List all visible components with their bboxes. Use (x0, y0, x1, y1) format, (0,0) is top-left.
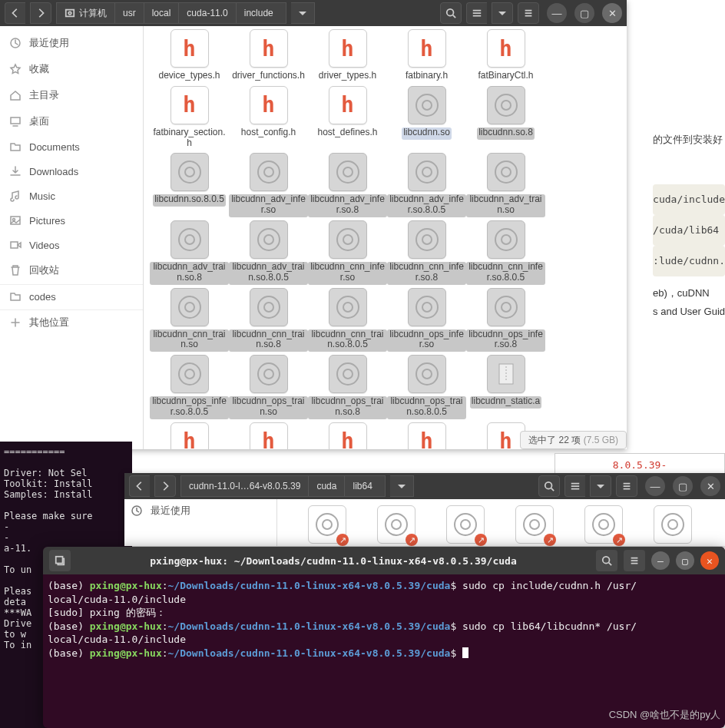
file-libcudnn_adv_train.so.8[interactable]: libcudnn_adv_train.so.8 (150, 220, 229, 285)
terminal-titlebar: pxing@px-hux: ~/Downloads/cudnn-11.0-lin… (43, 547, 725, 574)
sidebar-item-recent[interactable]: 最近使用 (0, 31, 143, 55)
file-libcudnn_adv_infer.so.8[interactable]: libcudnn_adv_infer.so.8 (308, 153, 387, 217)
file-item[interactable] (654, 505, 692, 544)
file-libcudnn_ops_infer.so.8.0.5[interactable]: libcudnn_ops_infer.so.8.0.5 (150, 355, 229, 419)
svg-rect-0 (66, 10, 74, 17)
hamburger-menu-button[interactable] (518, 2, 539, 24)
terminal-window: pxing@px-hux: ~/Downloads/cudnn-11.0-lin… (43, 547, 725, 728)
file-libcudnn_adv_infer.so.8.0.5[interactable]: libcudnn_adv_infer.so.8.0.5 (387, 153, 466, 217)
view-list-button[interactable] (564, 475, 585, 497)
file-libcudnn_ops_infer.so.8[interactable]: libcudnn_ops_infer.so.8 (466, 288, 545, 352)
svg-point-6 (13, 219, 15, 221)
breadcrumb-计算机[interactable]: 计算机 (56, 2, 115, 24)
file-item[interactable]: ↗ (584, 505, 623, 544)
file-libcudnn_cnn_infer.so.8.0.5[interactable]: libcudnn_cnn_infer.so.8.0.5 (466, 220, 545, 285)
file-item[interactable]: h (387, 422, 466, 449)
search-button[interactable] (440, 2, 462, 24)
search-button[interactable] (538, 475, 560, 497)
sidebar-item-video[interactable]: Videos (0, 233, 143, 256)
sidebar-item-recent[interactable]: 最近使用 (151, 504, 190, 518)
file-item[interactable]: ↗ (308, 505, 346, 544)
file-libcudnn_adv_train.so[interactable]: libcudnn_adv_train.so (466, 153, 545, 217)
file-libcudnn_adv_train.so.8.0.5[interactable]: libcudnn_adv_train.so.8.0.5 (229, 220, 308, 285)
sidebar-item-folder[interactable]: Documents (0, 135, 143, 158)
sidebar-item-plus[interactable]: 其他位置 (0, 309, 143, 335)
svg-point-9 (545, 482, 552, 489)
breadcrumb-1[interactable]: cuda (309, 475, 345, 497)
file-fatbinary.h[interactable]: hfatbinary.h (387, 29, 466, 83)
nav-forward-button[interactable] (30, 2, 51, 24)
file-item[interactable]: h (229, 422, 308, 449)
sidebar-item-folder[interactable]: codes (0, 284, 143, 308)
file-libcudnn_cnn_infer.so[interactable]: libcudnn_cnn_infer.so (308, 220, 387, 285)
maximize-button[interactable]: ▢ (673, 476, 693, 496)
file-item[interactable]: ↗ (446, 505, 485, 544)
file-item[interactable]: ↗ (515, 505, 554, 544)
sidebar-item-music[interactable]: Music (0, 184, 143, 207)
nav-forward-button[interactable] (154, 475, 176, 497)
hamburger-menu-button[interactable] (616, 475, 637, 497)
file-fatBinaryCtl.h[interactable]: hfatBinaryCtl.h (466, 29, 545, 83)
file-driver_types.h[interactable]: hdriver_types.h (308, 29, 387, 83)
chevron-down-icon (498, 12, 506, 19)
file-libcudnn_cnn_train.so.8[interactable]: libcudnn_cnn_train.so.8 (229, 288, 308, 352)
breadcrumb-dropdown[interactable] (390, 475, 414, 497)
view-dropdown[interactable] (590, 475, 611, 497)
file-libcudnn_adv_infer.so[interactable]: libcudnn_adv_infer.so (229, 153, 308, 217)
file-libcudnn_static.a[interactable]: libcudnn_static.a (466, 355, 545, 419)
file-libcudnn.so.8.0.5[interactable]: libcudnn.so.8.0.5 (150, 153, 229, 217)
file-libcudnn_ops_train.so.8.0.5[interactable]: libcudnn_ops_train.so.8.0.5 (387, 355, 466, 419)
terminal-body[interactable]: (base) pxing@px-hux:~/Downloads/cudnn-11… (43, 574, 725, 664)
sidebar-item-home[interactable]: 主目录 (0, 83, 143, 108)
file-host_config.h[interactable]: hhost_config.h (229, 86, 308, 151)
file-driver_functions.h[interactable]: hdriver_functions.h (229, 29, 308, 83)
file-item[interactable]: h (308, 422, 387, 449)
breadcrumb-usr[interactable]: usr (115, 2, 144, 24)
sidebar-item-desktop[interactable]: 桌面 (0, 109, 143, 134)
svg-point-12 (603, 557, 610, 564)
file-libcudnn_cnn_infer.so.8[interactable]: libcudnn_cnn_infer.so.8 (387, 220, 466, 285)
file-fatbinary_section.h[interactable]: hfatbinary_section.h (150, 86, 229, 151)
view-list-button[interactable] (466, 2, 487, 24)
breadcrumb-include[interactable]: include (237, 2, 286, 24)
file-libcudnn_ops_infer.so[interactable]: libcudnn_ops_infer.so (387, 288, 466, 352)
terminal-menu-button[interactable] (624, 550, 645, 571)
file-grid[interactable]: hdevice_types.hhdriver_functions.hhdrive… (144, 26, 627, 449)
file-manager-window-1: 计算机usrlocalcuda-11.0include — ▢ ✕ 最近使用收藏… (0, 0, 627, 449)
file-libcudnn.so[interactable]: libcudnn.so (387, 86, 466, 151)
nav-back-button[interactable] (129, 475, 150, 497)
view-dropdown[interactable] (492, 2, 513, 24)
sidebar-item-star[interactable]: 收藏 (0, 57, 143, 81)
file-item[interactable]: ↗ (377, 505, 415, 544)
close-button[interactable]: ✕ (602, 3, 622, 23)
close-button[interactable]: ✕ (700, 476, 720, 496)
sidebar-item-download[interactable]: Downloads (0, 160, 143, 183)
minimize-button[interactable]: — (645, 476, 665, 496)
file-libcudnn_cnn_train.so.8.0.5[interactable]: libcudnn_cnn_train.so.8.0.5 (308, 288, 387, 352)
maximize-button[interactable]: ▢ (676, 551, 694, 570)
file-libcudnn.so.8[interactable]: libcudnn.so.8 (466, 86, 545, 151)
new-tab-button[interactable] (49, 550, 71, 571)
file-libcudnn_ops_train.so.8[interactable]: libcudnn_ops_train.so.8 (308, 355, 387, 419)
minimize-button[interactable]: — (651, 551, 670, 570)
svg-rect-7 (11, 242, 18, 248)
file-libcudnn_ops_train.so[interactable]: libcudnn_ops_train.so (229, 355, 308, 419)
file-grid[interactable]: ↗↗↗↗↗ (277, 499, 725, 546)
file-host_defines.h[interactable]: hhost_defines.h (308, 86, 387, 151)
breadcrumb-cuda-11.0[interactable]: cuda-11.0 (179, 2, 236, 24)
breadcrumb-local[interactable]: local (144, 2, 180, 24)
sidebar-item-picture[interactable]: Pictures (0, 209, 143, 232)
maximize-button[interactable]: ▢ (574, 3, 594, 23)
breadcrumb-0[interactable]: cudnn-11.0-l…64-v8.0.5.39 (180, 475, 309, 497)
chevron-down-icon (597, 485, 604, 492)
breadcrumb-2[interactable]: lib64 (345, 475, 385, 497)
close-button[interactable]: ✕ (700, 551, 719, 570)
file-item[interactable]: h (150, 422, 229, 449)
sidebar-item-trash[interactable]: 回收站 (0, 258, 143, 283)
nav-back-button[interactable] (5, 2, 25, 24)
file-device_types.h[interactable]: hdevice_types.h (150, 29, 229, 83)
minimize-button[interactable]: — (547, 3, 567, 23)
breadcrumb-dropdown[interactable] (291, 2, 315, 24)
terminal-search-button[interactable] (596, 550, 617, 571)
file-libcudnn_cnn_train.so[interactable]: libcudnn_cnn_train.so (150, 288, 229, 352)
